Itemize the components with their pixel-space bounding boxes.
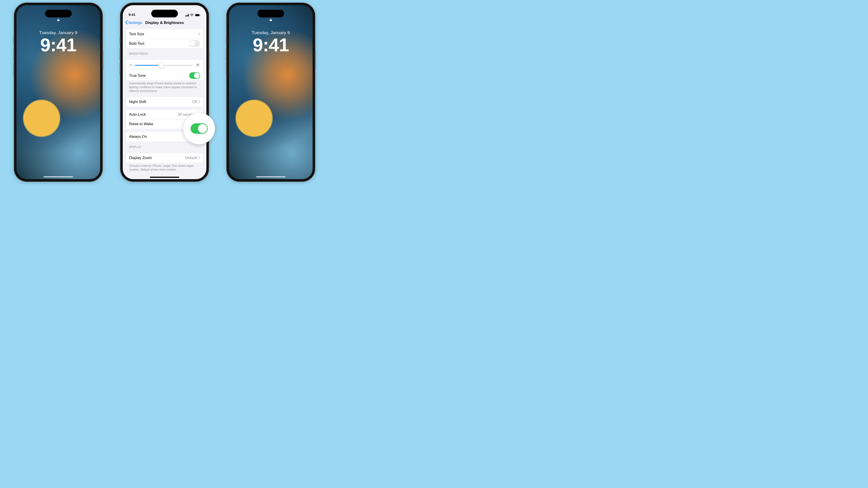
slider-thumb[interactable]	[158, 62, 164, 68]
chevron-left-icon	[125, 20, 128, 26]
svg-rect-0	[185, 15, 186, 17]
section-header-brightness: BRIGHTNESS	[126, 48, 203, 57]
screen: Tuesday, January 9 9:41	[17, 5, 100, 179]
volume-down-button	[120, 63, 121, 75]
cellular-icon	[185, 14, 189, 17]
chevron-right-icon	[198, 32, 200, 35]
row-value: Default	[185, 156, 197, 160]
row-label: Bold Text	[129, 41, 189, 46]
back-button[interactable]: Settings	[125, 20, 142, 26]
row-label: Display Zoom	[129, 156, 185, 160]
sun-bright-icon	[195, 63, 200, 68]
row-label: Always On	[129, 134, 189, 139]
side-button	[209, 51, 210, 70]
volume-up-button	[120, 48, 121, 60]
toggle-always-on-zoom	[191, 123, 208, 134]
settings-display-brightness: 9:41 Settings Display & Brightness Text …	[123, 5, 206, 179]
svg-rect-1	[186, 15, 187, 17]
iphone-left: Tuesday, January 9 9:41	[14, 3, 102, 182]
iphone-center: 9:41 Settings Display & Brightness Text …	[121, 3, 209, 182]
lock-time: 9:41	[229, 36, 313, 54]
side-button	[315, 51, 316, 70]
chevron-right-icon	[198, 156, 200, 160]
content[interactable]: Text Size Bold Text BRIGHTNESS	[123, 27, 206, 179]
chevron-right-icon	[198, 100, 200, 103]
group-brightness: True Tone	[126, 60, 203, 80]
volume-down-button	[13, 63, 14, 75]
section-footer-displayzoom: Choose a view for iPhone. Larger Text sh…	[126, 163, 203, 172]
brightness-slider[interactable]	[135, 62, 193, 68]
row-display-zoom[interactable]: Display Zoom Default	[126, 153, 203, 163]
row-label: True Tone	[129, 73, 189, 78]
row-label: Auto-Lock	[129, 112, 178, 117]
volume-up-button	[13, 48, 14, 60]
row-text-size[interactable]: Text Size	[126, 29, 203, 39]
mute-switch	[226, 37, 227, 43]
side-button	[102, 51, 103, 70]
group-display-zoom: Display Zoom Default	[126, 153, 203, 163]
dynamic-island	[45, 10, 72, 18]
iphone-right: Tuesday, January 9 9:41	[227, 3, 315, 182]
section-header-display: DISPLAY	[126, 141, 203, 150]
group-text: Text Size Bold Text	[126, 29, 203, 48]
sun-dim-icon	[129, 63, 133, 68]
zoom-highlight-always-on-toggle	[183, 113, 215, 144]
back-label: Settings	[128, 21, 142, 25]
svg-rect-3	[188, 14, 189, 17]
lock-time: 9:41	[17, 36, 100, 54]
row-bold-text: Bold Text	[126, 39, 203, 48]
svg-rect-2	[187, 14, 188, 17]
group-night-shift: Night Shift Off	[126, 97, 203, 107]
nav-bar: Settings Display & Brightness	[123, 18, 206, 27]
status-time: 9:41	[129, 13, 135, 17]
svg-rect-5	[195, 14, 199, 16]
volume-up-button	[226, 48, 227, 60]
home-indicator[interactable]	[43, 176, 73, 177]
row-label: Text Size	[129, 32, 198, 36]
volume-down-button	[226, 63, 227, 75]
status-icons	[185, 14, 200, 17]
svg-rect-6	[200, 15, 200, 15]
svg-point-8	[197, 64, 199, 66]
lock-screen[interactable]: Tuesday, January 9 9:41	[229, 5, 313, 179]
row-true-tone: True Tone	[126, 71, 203, 80]
lock-icon	[229, 18, 313, 22]
dynamic-island	[257, 10, 284, 18]
row-night-shift[interactable]: Night Shift Off	[126, 97, 203, 107]
row-label: Night Shift	[129, 100, 192, 104]
screen: Tuesday, January 9 9:41	[229, 5, 313, 179]
lock-screen[interactable]: Tuesday, January 9 9:41	[17, 5, 100, 179]
mute-switch	[120, 37, 121, 43]
dynamic-island	[151, 10, 178, 18]
row-value: Off	[192, 100, 197, 104]
section-footer-truetone: Automatically adapt iPhone display based…	[126, 80, 203, 93]
battery-icon	[195, 14, 200, 17]
toggle-bold-text[interactable]	[189, 40, 200, 47]
toggle-true-tone[interactable]	[189, 72, 200, 79]
home-indicator[interactable]	[150, 177, 179, 178]
page-title: Display & Brightness	[145, 21, 184, 25]
row-label: Raise to Wake	[129, 122, 189, 126]
lock-icon	[17, 18, 100, 22]
home-indicator[interactable]	[256, 176, 285, 177]
wifi-icon	[190, 14, 194, 17]
screen: 9:41 Settings Display & Brightness Text …	[123, 5, 206, 179]
mute-switch	[13, 37, 14, 43]
svg-point-7	[130, 64, 131, 65]
row-brightness-slider	[126, 60, 203, 71]
